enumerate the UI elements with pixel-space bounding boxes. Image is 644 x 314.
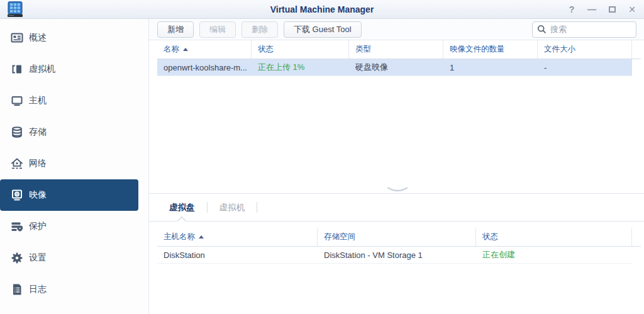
column-header-type[interactable]: 类型 — [349, 40, 443, 59]
column-header-file-size[interactable]: 文件大小 — [538, 40, 632, 59]
column-header-storage[interactable]: 存储空间 — [318, 228, 476, 246]
network-icon — [11, 157, 23, 170]
search-icon — [537, 25, 547, 34]
vmm-window: Virtual Machine Manager ? — ✕ 概述 — [0, 0, 644, 314]
sidebar-item-label: 概述 — [29, 32, 47, 43]
cell-file-count: 1 — [443, 59, 538, 76]
sidebar-item-label: 主机 — [29, 95, 47, 106]
window-title: Virtual Machine Manager — [0, 4, 644, 14]
tab-virtual-machine[interactable]: 虚拟机 — [208, 194, 257, 221]
search-input[interactable] — [550, 25, 631, 34]
cell-type: 硬盘映像 — [349, 59, 443, 76]
minimize-icon[interactable]: — — [586, 5, 597, 14]
table-row[interactable]: DiskStation DiskStation - VM Storage 1 正… — [157, 247, 632, 264]
sidebar-item-label: 映像 — [29, 189, 47, 201]
search-box — [532, 21, 636, 38]
column-header-status[interactable]: 状态 — [476, 228, 632, 246]
column-header-spacer — [632, 40, 641, 59]
image-table-header: 名称 状态 类型 映像文件的数量 文件大小 — [157, 40, 641, 59]
table-row[interactable]: openwrt-koolshare-m... 正在上传 1% 硬盘映像 1 - — [157, 59, 632, 76]
cell-host-name: DiskStation — [157, 247, 318, 263]
detail-tabs: 虚拟盘 虚拟机 — [149, 194, 644, 221]
sort-ascending-icon — [183, 48, 188, 51]
edit-button[interactable]: 编辑 — [199, 21, 236, 38]
sidebar-item-settings[interactable]: 设置 — [0, 242, 148, 274]
sidebar-item-label: 保护 — [29, 221, 47, 232]
sidebar-item-log[interactable]: 日志 — [0, 274, 148, 305]
virtual-disk-table: 主机名称 存储空间 状态 DiskStat — [149, 228, 644, 264]
sidebar-item-label: 存储 — [29, 126, 47, 138]
sidebar-item-host[interactable]: 主机 — [0, 85, 148, 116]
download-guest-tool-button[interactable]: 下载 Guest Tool — [284, 21, 362, 38]
settings-icon — [11, 252, 23, 264]
sidebar-item-network[interactable]: 网络 — [0, 148, 148, 179]
maximize-icon[interactable] — [606, 5, 618, 14]
disk-table-header: 主机名称 存储空间 状态 — [157, 228, 641, 247]
sidebar-item-virtual-machine[interactable]: 虚拟机 — [0, 53, 148, 85]
sort-ascending-icon — [199, 235, 204, 238]
sidebar-item-image[interactable]: 映像 — [0, 179, 138, 211]
column-header-status[interactable]: 状态 — [252, 40, 349, 59]
column-header-file-count[interactable]: 映像文件的数量 — [443, 40, 538, 59]
storage-icon — [11, 126, 23, 138]
column-header-spacer — [632, 228, 641, 246]
sidebar-item-label: 虚拟机 — [29, 64, 55, 75]
cell-name: openwrt-koolshare-m... — [157, 59, 252, 76]
help-icon[interactable]: ? — [566, 5, 577, 14]
app-logo-icon — [6, 1, 25, 18]
cell-file-size: - — [538, 59, 632, 76]
image-table: 名称 状态 类型 映像文件的数量 文件大小 — [149, 40, 644, 193]
sidebar-item-storage[interactable]: 存储 — [0, 116, 148, 148]
sidebar-item-protection[interactable]: 保护 — [0, 211, 148, 242]
sidebar: 概述 虚拟机 主机 — [0, 19, 149, 314]
collapse-pane-handle[interactable] — [385, 185, 410, 194]
column-header-name[interactable]: 名称 — [157, 40, 252, 59]
tab-virtual-disk[interactable]: 虚拟盘 — [157, 194, 207, 221]
sidebar-item-label: 设置 — [29, 252, 47, 264]
close-icon[interactable]: ✕ — [626, 5, 638, 14]
cell-storage: DiskStation - VM Storage 1 — [318, 247, 476, 263]
detail-pane: 虚拟盘 虚拟机 主机名称 — [149, 194, 644, 314]
virtual-machine-icon — [11, 63, 23, 76]
overview-icon — [11, 31, 23, 44]
column-header-host-name[interactable]: 主机名称 — [157, 228, 318, 246]
protection-icon — [11, 220, 23, 233]
host-icon — [11, 94, 23, 107]
window-controls: ? — ✕ — [566, 5, 638, 14]
delete-button[interactable]: 删除 — [242, 21, 278, 38]
cell-status: 正在创建 — [476, 247, 632, 263]
toolbar: 新增 编辑 删除 下载 Guest Tool — [149, 19, 644, 40]
sidebar-item-overview[interactable]: 概述 — [0, 22, 148, 53]
main-content: 新增 编辑 删除 下载 Guest Tool 名称 — [149, 19, 644, 314]
titlebar: Virtual Machine Manager ? — ✕ — [0, 0, 644, 19]
sidebar-item-label: 日志 — [29, 284, 47, 295]
cell-status: 正在上传 1% — [252, 59, 349, 76]
image-icon — [11, 189, 23, 201]
sidebar-item-label: 网络 — [29, 158, 47, 169]
add-button[interactable]: 新增 — [157, 21, 194, 38]
chevron-down-icon — [386, 186, 409, 193]
tab-separator — [257, 202, 257, 213]
log-icon — [11, 283, 23, 296]
